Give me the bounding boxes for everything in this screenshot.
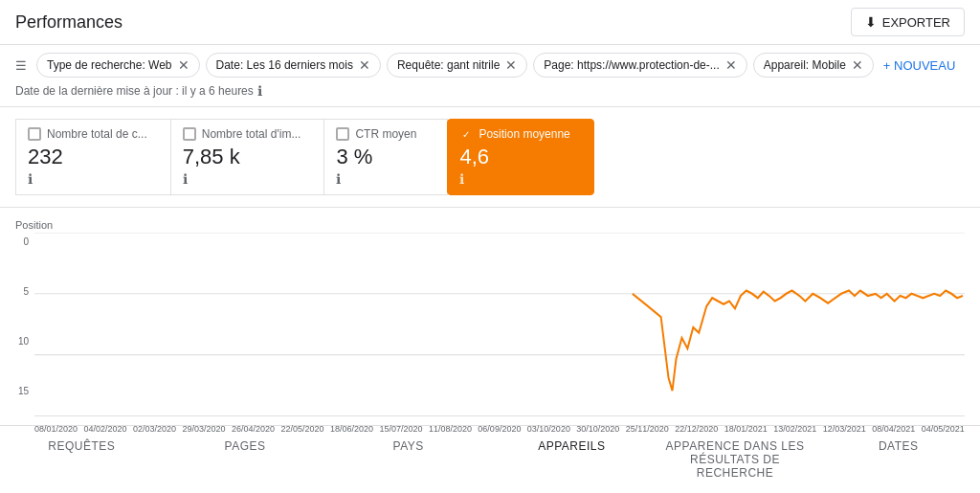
tab-pages[interactable]: PAGES: [164, 426, 327, 493]
export-icon: ⬇: [865, 14, 877, 30]
chart-section: Position 0 5 10 15 08/01/202004/02/2020: [0, 208, 980, 426]
x-axis-label: 18/06/2020: [330, 424, 373, 434]
x-axis-label: 25/11/2020: [626, 424, 669, 434]
x-axis-label: 30/10/2020: [576, 424, 619, 434]
tab-requetes[interactable]: REQUÊTES: [0, 426, 164, 493]
chart-x-labels: 08/01/202004/02/202002/03/202029/03/2020…: [34, 422, 965, 436]
x-axis-label: 02/03/2020: [133, 424, 176, 434]
metric-info-icon[interactable]: ℹ: [28, 171, 33, 187]
x-axis-label: 22/12/2020: [675, 424, 718, 434]
x-axis-label: 18/01/2021: [724, 424, 768, 434]
metric-checkbox[interactable]: [336, 127, 349, 141]
y-axis-15: 15: [15, 386, 29, 396]
tabs-section: REQUÊTESPAGESPAYSAPPAREILSAPPARENCE DANS…: [0, 426, 980, 493]
last-update-text: Date de la dernière mise à jour : il y a…: [15, 84, 254, 98]
x-axis-label: 29/03/2020: [182, 424, 225, 434]
filter-icon[interactable]: ☰: [15, 58, 27, 73]
metric-checkbox[interactable]: [183, 127, 196, 141]
filter-chip-date[interactable]: Date: Les 16 derniers mois✕: [206, 53, 381, 78]
y-axis-5: 5: [15, 286, 29, 297]
metric-card-total-impressions[interactable]: Nombre total d'im... 7,85 k ℹ: [170, 119, 325, 195]
metric-info-icon[interactable]: ℹ: [459, 171, 464, 187]
chip-close-icon[interactable]: ✕: [359, 57, 370, 73]
chip-label: Date: Les 16 derniers mois: [216, 58, 353, 72]
header: Performances ⬇ EXPORTER: [0, 0, 980, 45]
x-axis-label: 06/09/2020: [478, 424, 521, 434]
chart-y-label: Position: [15, 219, 965, 231]
metric-value: 4,6: [459, 145, 569, 169]
metric-card-ctr-moyen[interactable]: CTR moyen 3 % ℹ: [323, 119, 448, 195]
metric-checkbox[interactable]: [459, 127, 473, 141]
chip-label: Page: https://www.protection-de-...: [544, 58, 719, 72]
filter-bar: ☰ Type de recherche: Web✕Date: Les 16 de…: [0, 45, 980, 107]
metric-checkbox[interactable]: [28, 127, 41, 141]
filter-chip-appareil[interactable]: Appareil: Mobile✕: [753, 53, 874, 78]
chip-close-icon[interactable]: ✕: [505, 57, 517, 73]
x-axis-label: 08/04/2021: [872, 424, 915, 434]
x-axis-label: 04/05/2021: [922, 424, 965, 434]
metric-label: Nombre total d'im...: [202, 127, 301, 141]
chip-close-icon[interactable]: ✕: [178, 57, 189, 73]
metric-value: 3 %: [336, 145, 424, 169]
metric-label: CTR moyen: [355, 127, 416, 141]
filter-chip-type-recherche[interactable]: Type de recherche: Web✕: [36, 53, 200, 78]
new-filter-button[interactable]: + NOUVEAU: [883, 58, 956, 73]
metric-info-icon[interactable]: ℹ: [336, 171, 341, 187]
metric-label: Position moyenne: [479, 127, 569, 141]
filter-chip-page[interactable]: Page: https://www.protection-de-...✕: [533, 53, 746, 78]
chart-svg: [34, 233, 965, 417]
metrics-section: Nombre total de c... 232 ℹ Nombre total …: [0, 107, 980, 208]
x-axis-label: 26/04/2020: [232, 424, 275, 434]
chip-close-icon[interactable]: ✕: [725, 57, 737, 73]
tab-pays[interactable]: PAYS: [326, 426, 490, 493]
x-axis-label: 11/08/2020: [429, 424, 472, 434]
metric-value: 7,85 k: [183, 145, 301, 169]
metric-info-icon[interactable]: ℹ: [183, 171, 188, 187]
chip-label: Requête: gant nitrile: [397, 58, 500, 72]
metric-card-position-moyenne[interactable]: Position moyenne 4,6 ℹ: [447, 119, 593, 195]
chip-label: Type de recherche: Web: [47, 58, 172, 72]
metric-value: 232: [28, 145, 147, 169]
x-axis-label: 22/05/2020: [280, 424, 323, 434]
x-axis-label: 04/02/2020: [83, 424, 126, 434]
page-title: Performances: [15, 12, 122, 33]
tab-apparence[interactable]: APPARENCE DANS LES RÉSULTATS DE RECHERCH…: [654, 426, 817, 493]
y-axis-0: 0: [15, 236, 29, 247]
last-update: Date de la dernière mise à jour : il y a…: [15, 83, 262, 99]
metric-card-total-clics[interactable]: Nombre total de c... 232 ℹ: [15, 119, 171, 195]
tab-appareils[interactable]: APPAREILS: [490, 426, 654, 493]
filter-chip-requete[interactable]: Requête: gant nitrile✕: [387, 53, 527, 78]
export-label: EXPORTER: [882, 15, 950, 30]
tab-dates[interactable]: DATES: [816, 426, 980, 493]
chip-close-icon[interactable]: ✕: [852, 57, 863, 73]
x-axis-label: 15/07/2020: [379, 424, 422, 434]
metric-label: Nombre total de c...: [47, 127, 147, 141]
y-axis-10: 10: [15, 336, 29, 347]
x-axis-label: 08/01/2020: [34, 424, 78, 434]
export-button[interactable]: ⬇ EXPORTER: [851, 8, 965, 36]
x-axis-label: 12/03/2021: [823, 424, 866, 434]
info-icon: ℹ: [257, 83, 262, 99]
x-axis-label: 03/10/2020: [527, 424, 570, 434]
x-axis-label: 13/02/2021: [773, 424, 816, 434]
chip-label: Appareil: Mobile: [764, 58, 846, 72]
